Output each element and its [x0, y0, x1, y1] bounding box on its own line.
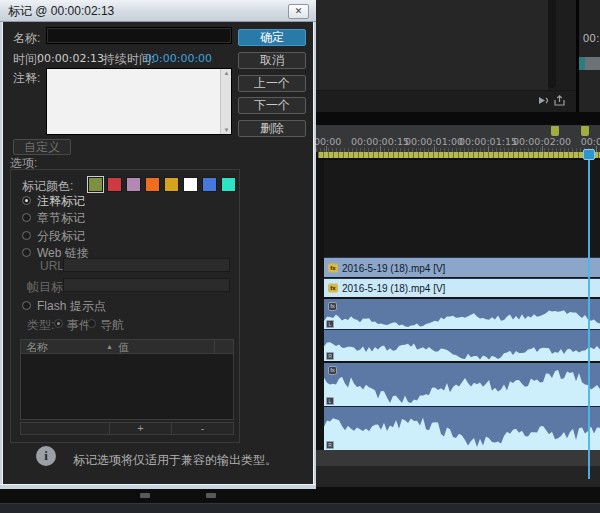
- color-swatch-5[interactable]: [183, 177, 198, 192]
- audio-channel: R: [324, 330, 600, 361]
- color-swatch-1[interactable]: [107, 177, 122, 192]
- remove-row-button[interactable]: -: [172, 422, 234, 435]
- fx-badge-icon[interactable]: fx: [328, 263, 338, 272]
- ruler-label: :00:00: [316, 136, 341, 147]
- delete-button[interactable]: 删除: [238, 120, 306, 137]
- audio-clip-1[interactable]: fxLR: [324, 299, 600, 361]
- radio-dot: [25, 199, 28, 202]
- previous-button[interactable]: 上一个: [238, 75, 306, 92]
- color-swatch-0[interactable]: [88, 177, 103, 192]
- type-option-label-1: 导航: [100, 317, 124, 334]
- close-icon[interactable]: ✕: [288, 4, 309, 19]
- color-swatch-6[interactable]: [202, 177, 217, 192]
- channel-badge: R: [326, 441, 334, 449]
- comments-label: 注释:: [13, 70, 40, 87]
- color-swatch-4[interactable]: [164, 177, 179, 192]
- audio-channel: L: [324, 299, 600, 329]
- marker-type-label-2: 分段标记: [37, 228, 85, 245]
- column-name[interactable]: 名称: [26, 340, 48, 354]
- program-monitor-panel: [316, 0, 576, 112]
- table-button-bar: + -: [20, 422, 234, 435]
- playhead-handle[interactable]: [583, 149, 595, 160]
- customize-button[interactable]: 自定义: [13, 139, 71, 155]
- marker-color-swatches: [88, 177, 236, 192]
- playhead-line[interactable]: [588, 149, 590, 479]
- bottom-status-strip: [0, 503, 600, 513]
- type-label: 类型:: [27, 317, 54, 334]
- color-swatch-3[interactable]: [145, 177, 160, 192]
- channel-badge: L: [326, 320, 334, 328]
- marker-dialog: 标记 @ 00:00:02:13 ✕ 名称: 确定 取消 上一个 下一个 删除 …: [0, 0, 316, 489]
- panel-splitter-handle[interactable]: [140, 493, 150, 498]
- dialog-titlebar[interactable]: 标记 @ 00:00:02:13 ✕: [0, 0, 316, 22]
- marker-type-label-3: Web 链接: [37, 245, 89, 262]
- add-row-button[interactable]: +: [110, 422, 172, 435]
- clip-label: 2016-5-19 (18).mp4 [V]: [342, 283, 445, 294]
- scroll-up-icon[interactable]: ▲: [221, 70, 232, 76]
- channel-badge: L: [326, 397, 334, 405]
- waveform: [324, 407, 600, 450]
- marker-type-label-1: 章节标记: [37, 210, 85, 227]
- export-frame-icon[interactable]: [553, 94, 566, 107]
- marker-type-radio-2[interactable]: [22, 231, 31, 240]
- panel-gap: [316, 112, 600, 125]
- marker-type-radio-1[interactable]: [22, 213, 31, 222]
- empty-audio-track: [316, 450, 600, 466]
- ruler-label: 00:00:: [581, 136, 600, 147]
- screen: 00: :00:0000:00:00:1500:00:01:0000:00:01…: [0, 0, 600, 513]
- right-timecode-panel: 00:: [579, 0, 600, 112]
- sequence-marker-icon[interactable]: [581, 126, 589, 136]
- window-border: [313, 22, 316, 484]
- video-clip-2[interactable]: fx2016-5-19 (18).mp4 [V]: [324, 257, 600, 277]
- horizontal-scrollbar[interactable]: [579, 57, 600, 70]
- column-value[interactable]: 值: [118, 340, 129, 354]
- sort-ascending-icon[interactable]: ▲: [106, 340, 113, 354]
- marker-data-table: 名称 ▲ 值: [20, 339, 234, 420]
- panel-splitter-handle[interactable]: [206, 493, 216, 498]
- play-around-icon[interactable]: [537, 94, 550, 107]
- type-radio-0[interactable]: [54, 319, 63, 328]
- info-icon: i: [36, 446, 56, 466]
- time-value: 00:00:02:13: [37, 52, 104, 65]
- comments-scrollbar[interactable]: ▲ ▼: [220, 69, 231, 134]
- marker-type-label-0: 注释标记: [37, 193, 85, 210]
- comments-textarea[interactable]: ▲ ▼: [46, 68, 232, 135]
- bottom-panel-bar: [0, 487, 600, 503]
- scroll-down-icon[interactable]: ▼: [221, 127, 232, 133]
- channel-badge: R: [326, 352, 334, 360]
- program-monitor-screen: [316, 0, 548, 90]
- table-header[interactable]: 名称 ▲ 值: [21, 340, 233, 354]
- monitor-controls-bar: [316, 90, 576, 112]
- frame-target-input[interactable]: [63, 278, 230, 292]
- monitor-scrollbar[interactable]: [548, 0, 556, 88]
- scrollbar-thumb[interactable]: [579, 57, 585, 70]
- flash-cue-radio[interactable]: [22, 301, 31, 310]
- frame-target-label: 帧目标:: [27, 279, 66, 296]
- audio-clip-2[interactable]: fxLR: [324, 363, 600, 450]
- next-button[interactable]: 下一个: [238, 97, 306, 114]
- waveform: [324, 330, 600, 361]
- sequence-marker-icon[interactable]: [551, 126, 559, 136]
- video-clip-1[interactable]: fx2016-5-19 (18).mp4 [V]: [324, 278, 600, 297]
- marker-type-radio-0[interactable]: [22, 196, 31, 205]
- type-radio-1[interactable]: [87, 319, 96, 328]
- waveform: [324, 363, 600, 406]
- dialog-title: 标记 @ 00:00:02:13: [8, 0, 114, 22]
- ok-button[interactable]: 确定: [238, 29, 306, 46]
- name-input[interactable]: [46, 27, 232, 44]
- color-swatch-2[interactable]: [126, 177, 141, 192]
- table-spacer: [20, 422, 110, 435]
- column-divider: [214, 340, 215, 354]
- duration-value[interactable]: 00:00:00:00: [145, 52, 212, 65]
- cancel-button[interactable]: 取消: [238, 52, 306, 69]
- clip-label: 2016-5-19 (18).mp4 [V]: [342, 262, 445, 273]
- flash-cue-label: Flash 提示点: [37, 298, 106, 315]
- audio-channel: L: [324, 363, 600, 406]
- color-swatch-7[interactable]: [221, 177, 236, 192]
- timeline-panel: :00:0000:00:00:1500:00:01:0000:00:01:150…: [316, 125, 600, 487]
- window-border: [0, 22, 3, 484]
- fx-badge-icon[interactable]: fx: [328, 284, 338, 293]
- window-border: [0, 484, 316, 489]
- footer-note: 标记选项将仅适用于兼容的输出类型。: [73, 452, 277, 469]
- marker-type-radio-3[interactable]: [22, 248, 31, 257]
